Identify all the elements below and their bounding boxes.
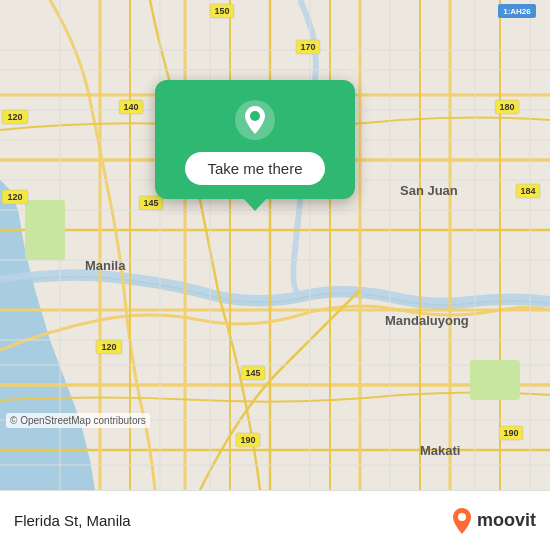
- moovit-pin-icon: [451, 507, 473, 535]
- svg-rect-38: [25, 200, 65, 260]
- svg-text:140: 140: [123, 102, 138, 112]
- svg-text:170: 170: [300, 42, 315, 52]
- svg-text:120: 120: [101, 342, 116, 352]
- map-container: Manila San Juan Mandaluyong Makati 150 1…: [0, 0, 550, 490]
- svg-text:Makati: Makati: [420, 443, 460, 458]
- take-me-there-button[interactable]: Take me there: [185, 152, 324, 185]
- bottom-bar: Flerida St, Manila moovit: [0, 490, 550, 550]
- pin-icon: [233, 98, 277, 142]
- svg-text:Mandaluyong: Mandaluyong: [385, 313, 469, 328]
- svg-text:190: 190: [503, 428, 518, 438]
- svg-point-70: [250, 111, 260, 121]
- svg-text:150: 150: [214, 6, 229, 16]
- svg-rect-37: [470, 360, 520, 400]
- svg-text:145: 145: [245, 368, 260, 378]
- osm-attribution: © OpenStreetMap contributors: [6, 413, 150, 428]
- svg-text:145: 145: [143, 198, 158, 208]
- svg-text:120: 120: [7, 192, 22, 202]
- svg-text:San Juan: San Juan: [400, 183, 458, 198]
- location-popup: Take me there: [155, 80, 355, 199]
- moovit-brand-text: moovit: [477, 510, 536, 531]
- svg-text:190: 190: [240, 435, 255, 445]
- location-label: Flerida St, Manila: [14, 512, 131, 529]
- svg-text:1:AH26: 1:AH26: [503, 7, 531, 16]
- svg-text:180: 180: [499, 102, 514, 112]
- moovit-logo: moovit: [451, 507, 536, 535]
- svg-text:Manila: Manila: [85, 258, 126, 273]
- svg-text:184: 184: [520, 186, 535, 196]
- svg-point-71: [458, 513, 466, 521]
- svg-text:120: 120: [7, 112, 22, 122]
